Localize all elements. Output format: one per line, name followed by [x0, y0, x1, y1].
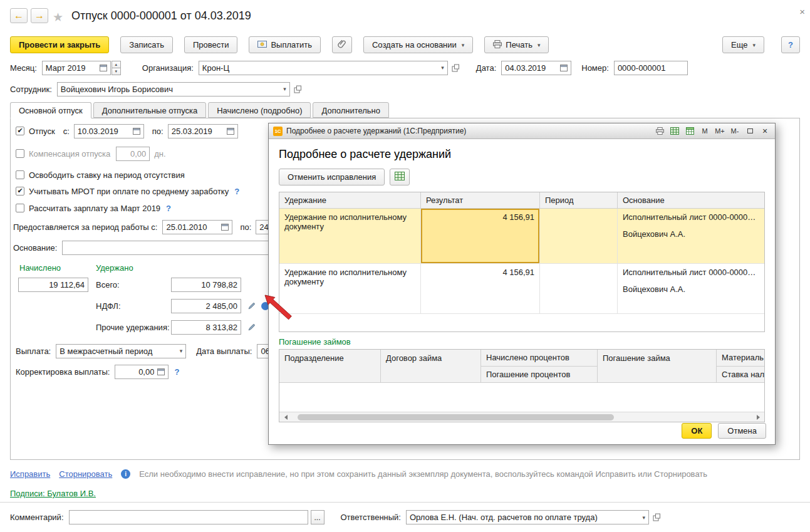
- result-cell-selected[interactable]: 4 156,91: [421, 209, 540, 264]
- mrot-checkbox[interactable]: ✔: [16, 187, 24, 196]
- mrot-help-link[interactable]: ?: [234, 187, 239, 196]
- form-close-icon[interactable]: ×: [799, 6, 805, 17]
- compensation-checkbox[interactable]: [16, 149, 24, 158]
- scroll-left-icon[interactable]: [281, 414, 290, 421]
- column-header[interactable]: Начислено процентов: [481, 350, 597, 367]
- basis-cell[interactable]: Исполнительный лист 0000-0000… Войцехови…: [618, 209, 764, 264]
- release-rate-checkbox[interactable]: [16, 170, 24, 179]
- table-row[interactable]: Удержание по исполнительному документу 4…: [279, 209, 764, 264]
- ok-button[interactable]: ОК: [682, 423, 712, 439]
- period-cell[interactable]: [540, 209, 618, 264]
- calc-salary-help-link[interactable]: ?: [166, 204, 171, 213]
- print-icon[interactable]: [654, 126, 665, 137]
- chevron-down-icon[interactable]: ▾: [180, 348, 183, 354]
- date-input[interactable]: 04.03.2019: [501, 61, 571, 75]
- horizontal-scrollbar[interactable]: [279, 412, 764, 422]
- tab-additional-vacations[interactable]: Дополнительные отпуска: [93, 102, 207, 118]
- table-icon[interactable]: [669, 126, 680, 137]
- scrollbar-thumb[interactable]: [298, 414, 614, 420]
- fix-link[interactable]: Исправить: [10, 469, 50, 479]
- undo-corrections-button[interactable]: Отменить исправления: [279, 169, 385, 185]
- basis-input[interactable]: [62, 241, 270, 255]
- spinner-down-icon[interactable]: ▾: [112, 68, 121, 75]
- pay-button[interactable]: Выплатить: [249, 36, 321, 53]
- tab-accrued-detail[interactable]: Начислено (подробно): [208, 102, 311, 118]
- number-input[interactable]: 0000-000001: [614, 61, 688, 75]
- dialog-close-icon[interactable]: ×: [759, 126, 771, 137]
- tab-additional[interactable]: Дополнительно: [313, 102, 389, 118]
- comment-more-button[interactable]: ...: [311, 510, 325, 524]
- total-input[interactable]: 10 798,82: [171, 278, 241, 292]
- calc-salary-checkbox[interactable]: [16, 204, 24, 212]
- help-button[interactable]: ?: [781, 36, 800, 53]
- responsible-input[interactable]: Орлова Е.Н. (Нач. отд. расчетов по оплат…: [406, 510, 649, 524]
- edit-pencil-icon[interactable]: [247, 323, 256, 331]
- recalc-table-button[interactable]: [390, 169, 410, 185]
- chevron-down-icon[interactable]: ▾: [642, 514, 645, 521]
- memory-m-minus-button[interactable]: M-: [729, 126, 740, 137]
- calendar-icon[interactable]: [221, 224, 229, 231]
- adjustment-input[interactable]: 0,00: [115, 365, 169, 379]
- table-row[interactable]: Удержание по исполнительному документу 4…: [279, 264, 764, 314]
- accrued-input[interactable]: 19 112,64: [18, 278, 88, 292]
- payment-select[interactable]: В межрасчетный период ▾: [56, 344, 186, 358]
- column-header[interactable]: Погашение займа: [598, 350, 717, 382]
- open-organization-icon[interactable]: [452, 64, 460, 72]
- column-header[interactable]: Погашение процентов: [481, 367, 597, 383]
- loans-table-body[interactable]: [279, 383, 764, 412]
- basis-cell[interactable]: Исполнительный лист 0000-0000… Войцехови…: [618, 264, 764, 314]
- adjustment-help-link[interactable]: ?: [174, 367, 179, 377]
- save-button[interactable]: Записать: [120, 36, 173, 53]
- edit-pencil-icon[interactable]: [247, 302, 256, 310]
- tab-main-vacation[interactable]: Основной отпуск: [10, 102, 91, 118]
- result-cell[interactable]: 4 156,91: [421, 264, 540, 314]
- create-on-basis-button[interactable]: Создать на основании ▾: [363, 36, 473, 53]
- scroll-right-icon[interactable]: [754, 414, 762, 421]
- reverse-link[interactable]: Сторнировать: [59, 469, 112, 479]
- dialog-titlebar[interactable]: 1С Подробнее о расчете удержаний (1С:Пре…: [269, 123, 775, 139]
- memory-m-plus-button[interactable]: M+: [714, 126, 725, 137]
- column-header[interactable]: Основание: [618, 192, 764, 209]
- calendar-icon[interactable]: [133, 128, 140, 135]
- open-responsible-icon[interactable]: [653, 513, 661, 521]
- comment-input[interactable]: [69, 510, 308, 524]
- column-header[interactable]: Договор займа: [381, 350, 481, 382]
- post-and-close-button[interactable]: Провести и закрыть: [10, 36, 109, 53]
- calendar-icon[interactable]: [157, 368, 165, 375]
- column-header[interactable]: Материаль: [717, 350, 764, 367]
- calendar-icon[interactable]: [227, 128, 234, 135]
- column-header[interactable]: Ставка нал: [717, 367, 764, 383]
- column-header[interactable]: Результат: [421, 192, 540, 209]
- calendar-icon[interactable]: [560, 65, 568, 71]
- deduction-cell[interactable]: Удержание по исполнительному документу: [279, 209, 421, 264]
- other-deductions-input[interactable]: 8 313,82: [171, 320, 241, 335]
- deduction-cell[interactable]: Удержание по исполнительному документу: [279, 264, 421, 314]
- work-period-from-input[interactable]: 25.01.2010: [162, 220, 232, 234]
- more-button[interactable]: Еще ▾: [722, 36, 764, 53]
- maximize-icon[interactable]: [744, 126, 755, 137]
- period-cell[interactable]: [540, 264, 618, 314]
- vacation-to-input[interactable]: 25.03.2019: [168, 124, 238, 138]
- column-header[interactable]: Подразделение: [279, 350, 381, 382]
- calendar-icon[interactable]: [100, 65, 107, 71]
- organization-input[interactable]: Крон-Ц ▾: [199, 61, 448, 75]
- vacation-from-input[interactable]: 10.03.2019: [74, 124, 144, 138]
- attachments-button[interactable]: [332, 36, 352, 53]
- employee-input[interactable]: Войцехович Игорь Борисович ▾: [57, 82, 290, 96]
- column-header[interactable]: Период: [540, 192, 618, 209]
- chevron-down-icon[interactable]: ▾: [283, 86, 286, 92]
- month-stepper[interactable]: ▴ ▾: [112, 61, 121, 75]
- back-button[interactable]: ←: [10, 8, 28, 23]
- print-button[interactable]: Печать ▾: [484, 36, 549, 53]
- forward-button[interactable]: →: [31, 8, 48, 23]
- compensation-input[interactable]: 0,00: [116, 147, 150, 161]
- memory-m-button[interactable]: M: [699, 126, 710, 137]
- chevron-down-icon[interactable]: ▾: [441, 65, 444, 71]
- vacation-checkbox[interactable]: ✔: [16, 127, 24, 135]
- signatures-link[interactable]: Подписи: Булатов И.В.: [10, 489, 96, 498]
- column-header[interactable]: Удержание: [279, 192, 421, 209]
- favorite-star-icon[interactable]: ★: [53, 10, 63, 24]
- month-input[interactable]: Март 2019: [42, 61, 111, 75]
- ndfl-input[interactable]: 2 485,00: [171, 299, 241, 313]
- cancel-button[interactable]: Отмена: [718, 423, 766, 439]
